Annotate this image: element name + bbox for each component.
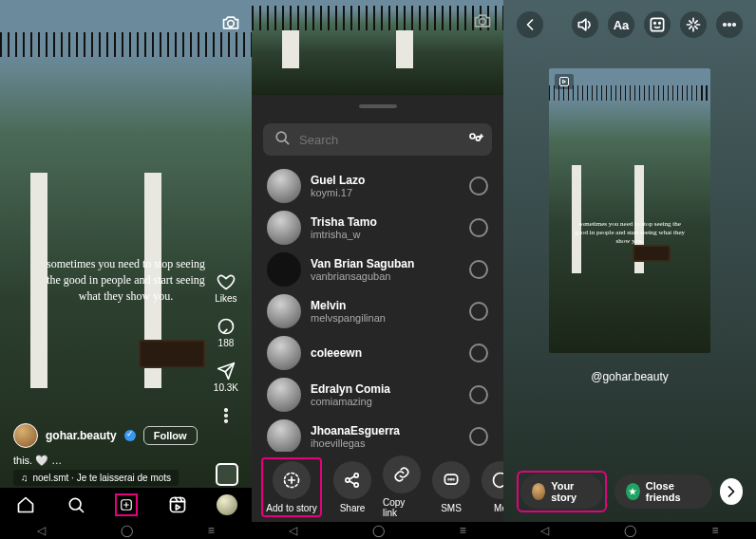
share-external-button[interactable]: Share [333,461,371,513]
embedded-reel-bg [549,68,710,353]
effects-tool-icon[interactable] [680,11,707,38]
music-note-icon: ♫ [21,473,28,483]
likes-label: Likes [215,293,236,304]
svg-point-22 [659,23,661,25]
search-row [263,123,492,156]
reel-viewer: sometimes you need to stop seeing the go… [0,0,252,539]
svg-point-8 [480,19,486,26]
select-radio[interactable] [469,427,488,446]
reel-audio-thumbnail[interactable] [216,463,238,486]
recipient-name: JhoanaEsguerra [311,424,460,437]
audio-title: noel.smt · Je te laisserai de mots [33,473,172,483]
messenger-button[interactable]: Me [482,461,503,513]
story-canvas[interactable]: sometimes you need to stop seeing the go… [549,68,710,353]
system-nav: ◁◯≡ [503,522,756,539]
next-button[interactable] [720,478,743,505]
svg-point-0 [228,21,235,28]
svg-point-9 [276,132,286,141]
reel-badge-icon [555,74,574,89]
list-item[interactable]: coleeewn [252,332,503,374]
select-radio[interactable] [469,385,488,404]
action-label: Add to story [266,503,316,513]
svg-point-11 [476,137,480,140]
like-button[interactable]: Likes [215,272,236,304]
action-label: Me [494,503,503,513]
comment-button[interactable]: 188 [217,317,236,348]
list-item[interactable]: Guel Lazokoymi.17 [252,165,503,207]
reel-quote-text: sometimes you need to stop seeing the go… [46,256,207,304]
system-nav: ◁◯≡ [252,522,503,539]
close-friends-button[interactable]: Close friends [614,474,713,509]
star-icon [626,483,640,500]
action-label: Share [340,503,366,513]
more-button[interactable] [217,406,236,425]
avatar [267,252,301,287]
recipient-username: comiamazing [311,396,460,407]
your-avatar-icon [532,483,545,500]
select-radio[interactable] [469,344,488,362]
list-item[interactable]: Edralyn Comiacomiamazing [252,374,503,416]
avatar [267,211,301,245]
svg-point-18 [451,478,452,479]
camera-icon[interactable] [473,11,492,34]
author-avatar[interactable] [13,423,38,448]
recipient-name: Trisha Tamo [311,215,460,229]
home-icon[interactable] [14,493,37,516]
audio-toggle-icon[interactable] [572,11,598,38]
system-nav: ◁◯≡ [0,522,252,539]
sms-button[interactable]: SMS [432,461,470,513]
chip-label: Your story [551,480,592,503]
select-radio[interactable] [469,218,488,237]
reel-author-row[interactable]: gohar.beauty Follow [13,423,198,448]
select-radio[interactable] [469,177,488,195]
svg-point-4 [225,420,228,423]
sheet-drag-handle[interactable] [359,104,397,108]
recipient-username: imtrisha_w [311,229,460,240]
more-button[interactable] [716,11,743,38]
svg-rect-7 [170,498,184,512]
text-tool-icon[interactable]: Aa [608,11,634,38]
sticker-tool-icon[interactable] [644,11,671,38]
svg-rect-20 [651,18,663,30]
recipient-username: ihoevillegas [311,437,460,449]
bottom-nav [0,488,252,522]
recipient-name: Edralyn Comia [311,382,460,396]
copy-link-button[interactable]: Copy link [383,455,421,518]
comment-count: 188 [218,338,235,348]
reel-author-handle[interactable]: @gohar.beauty [503,370,756,383]
svg-point-10 [470,134,475,139]
recipient-name: Guel Lazo [311,174,460,187]
add-to-story-button[interactable]: Add to story [265,461,318,513]
create-icon[interactable] [115,493,138,516]
svg-point-23 [724,24,727,27]
search-input[interactable] [299,133,482,147]
svg-point-3 [225,415,228,418]
avatar [267,419,301,452]
svg-point-21 [654,23,656,25]
back-button[interactable] [517,11,543,38]
profile-avatar[interactable] [217,494,237,515]
select-radio[interactable] [469,260,488,279]
select-radio[interactable] [469,302,488,321]
avatar [267,378,301,412]
list-item[interactable]: Van Brian Sagubanvanbriansaguban [252,249,503,290]
list-item[interactable]: Melvinmelvspangilinan [252,290,503,332]
list-item[interactable]: Trisha Tamoimtrisha_w [252,207,503,249]
add-people-icon[interactable] [465,129,484,152]
follow-button[interactable]: Follow [143,426,198,445]
share-button[interactable]: 10.3K [214,362,238,393]
reel-caption[interactable]: this. 🤍 … [13,455,62,467]
verified-badge-icon [124,430,136,441]
reels-icon[interactable] [166,493,189,516]
list-item[interactable]: JhoanaEsguerraihoevillegas [252,416,503,452]
svg-point-19 [453,478,454,479]
recipient-name: Melvin [311,299,460,312]
camera-icon[interactable] [221,13,240,36]
your-story-button[interactable]: Your story [520,474,603,509]
author-username[interactable]: gohar.beauty [46,429,117,442]
action-label: Copy link [383,497,421,518]
search-icon[interactable] [65,493,87,516]
reel-audio-pill[interactable]: ♫ noel.smt · Je te laisserai de mots [13,470,179,486]
share-target-row: Your story Close friends [517,471,743,512]
recipient-name: Van Brian Saguban [311,257,460,270]
